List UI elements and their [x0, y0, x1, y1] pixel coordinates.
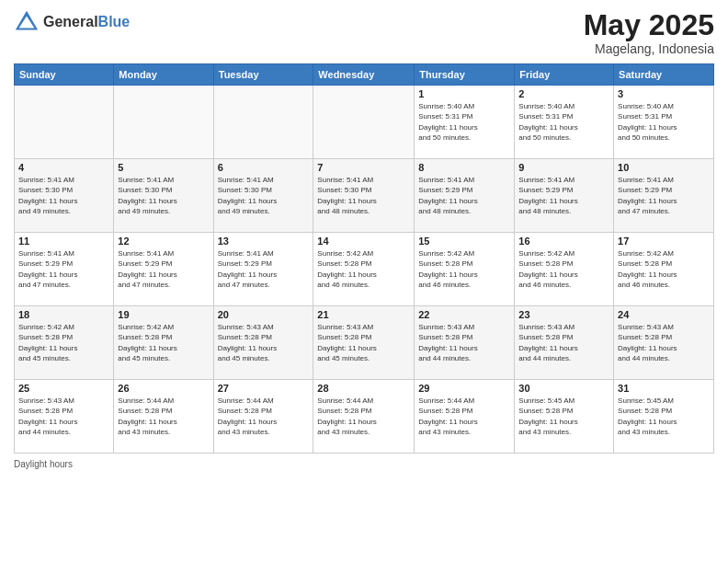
table-row: 18Sunrise: 5:42 AM Sunset: 5:28 PM Dayli… [15, 306, 114, 380]
day-info: Sunrise: 5:44 AM Sunset: 5:28 PM Dayligh… [218, 396, 310, 437]
header-tuesday: Tuesday [213, 64, 313, 86]
logo-icon [14, 9, 40, 35]
table-row: 11Sunrise: 5:41 AM Sunset: 5:29 PM Dayli… [15, 233, 114, 306]
day-number: 13 [218, 236, 310, 247]
week-row-4: 25Sunrise: 5:43 AM Sunset: 5:28 PM Dayli… [15, 380, 714, 454]
header-thursday: Thursday [415, 64, 515, 86]
day-number: 23 [518, 309, 609, 320]
day-info: Sunrise: 5:42 AM Sunset: 5:28 PM Dayligh… [518, 248, 609, 290]
table-row: 16Sunrise: 5:42 AM Sunset: 5:28 PM Dayli… [515, 233, 614, 306]
day-info: Sunrise: 5:41 AM Sunset: 5:29 PM Dayligh… [618, 175, 710, 216]
day-info: Sunrise: 5:44 AM Sunset: 5:28 PM Dayligh… [317, 396, 410, 437]
day-number: 20 [218, 309, 310, 320]
header-wednesday: Wednesday [313, 64, 415, 86]
day-info: Sunrise: 5:42 AM Sunset: 5:28 PM Dayligh… [317, 248, 410, 290]
day-number: 17 [618, 236, 710, 247]
week-row-1: 4Sunrise: 5:41 AM Sunset: 5:30 PM Daylig… [15, 159, 714, 233]
header: GeneralBlue May 2025 Magelang, Indonesia [14, 9, 714, 56]
day-number: 19 [118, 309, 209, 320]
day-info: Sunrise: 5:41 AM Sunset: 5:30 PM Dayligh… [218, 175, 310, 216]
day-number: 6 [218, 162, 310, 173]
page: GeneralBlue May 2025 Magelang, Indonesia… [0, 0, 728, 563]
header-sunday: Sunday [15, 64, 114, 86]
table-row: 20Sunrise: 5:43 AM Sunset: 5:28 PM Dayli… [213, 306, 313, 380]
day-number: 26 [118, 383, 209, 394]
day-info: Sunrise: 5:42 AM Sunset: 5:28 PM Dayligh… [118, 322, 209, 363]
table-row: 13Sunrise: 5:41 AM Sunset: 5:29 PM Dayli… [213, 233, 313, 306]
table-row: 28Sunrise: 5:44 AM Sunset: 5:28 PM Dayli… [313, 380, 415, 454]
table-row: 14Sunrise: 5:42 AM Sunset: 5:28 PM Dayli… [313, 233, 415, 306]
table-row: 21Sunrise: 5:43 AM Sunset: 5:28 PM Dayli… [313, 306, 415, 380]
day-info: Sunrise: 5:41 AM Sunset: 5:29 PM Dayligh… [518, 175, 609, 216]
day-info: Sunrise: 5:43 AM Sunset: 5:28 PM Dayligh… [317, 322, 410, 363]
day-info: Sunrise: 5:42 AM Sunset: 5:28 PM Dayligh… [418, 248, 510, 290]
day-number: 7 [317, 162, 410, 173]
table-row: 31Sunrise: 5:45 AM Sunset: 5:28 PM Dayli… [614, 380, 714, 454]
calendar: Sunday Monday Tuesday Wednesday Thursday… [14, 63, 714, 454]
day-info: Sunrise: 5:45 AM Sunset: 5:28 PM Dayligh… [518, 396, 609, 437]
day-number: 22 [418, 309, 510, 320]
table-row: 7Sunrise: 5:41 AM Sunset: 5:30 PM Daylig… [313, 159, 415, 233]
day-number: 5 [118, 162, 209, 173]
table-row: 5Sunrise: 5:41 AM Sunset: 5:30 PM Daylig… [114, 159, 213, 233]
table-row: 6Sunrise: 5:41 AM Sunset: 5:30 PM Daylig… [213, 159, 313, 233]
table-row: 9Sunrise: 5:41 AM Sunset: 5:29 PM Daylig… [515, 159, 614, 233]
day-number: 16 [518, 236, 609, 247]
day-info: Sunrise: 5:41 AM Sunset: 5:29 PM Dayligh… [418, 175, 510, 216]
day-number: 9 [518, 162, 609, 173]
title-block: May 2025 Magelang, Indonesia [584, 9, 714, 56]
table-row: 26Sunrise: 5:44 AM Sunset: 5:28 PM Dayli… [114, 380, 213, 454]
table-row [213, 86, 313, 159]
day-info: Sunrise: 5:44 AM Sunset: 5:28 PM Dayligh… [418, 396, 510, 437]
table-row: 29Sunrise: 5:44 AM Sunset: 5:28 PM Dayli… [415, 380, 515, 454]
day-info: Sunrise: 5:41 AM Sunset: 5:30 PM Dayligh… [118, 175, 209, 216]
table-row: 23Sunrise: 5:43 AM Sunset: 5:28 PM Dayli… [515, 306, 614, 380]
day-number: 29 [418, 383, 510, 394]
day-number: 24 [618, 309, 710, 320]
table-row: 15Sunrise: 5:42 AM Sunset: 5:28 PM Dayli… [415, 233, 515, 306]
day-info: Sunrise: 5:43 AM Sunset: 5:28 PM Dayligh… [218, 322, 310, 363]
day-info: Sunrise: 5:40 AM Sunset: 5:31 PM Dayligh… [418, 101, 510, 143]
logo-general: General [43, 14, 98, 29]
table-row: 24Sunrise: 5:43 AM Sunset: 5:28 PM Dayli… [614, 306, 714, 380]
day-number: 1 [418, 88, 510, 99]
day-number: 25 [18, 383, 109, 394]
day-number: 14 [317, 236, 410, 247]
day-number: 10 [618, 162, 710, 173]
table-row: 8Sunrise: 5:41 AM Sunset: 5:29 PM Daylig… [415, 159, 515, 233]
table-row [114, 86, 213, 159]
day-number: 27 [218, 383, 310, 394]
calendar-header-row: Sunday Monday Tuesday Wednesday Thursday… [15, 64, 714, 86]
table-row: 22Sunrise: 5:43 AM Sunset: 5:28 PM Dayli… [415, 306, 515, 380]
table-row: 10Sunrise: 5:41 AM Sunset: 5:29 PM Dayli… [614, 159, 714, 233]
table-row: 3Sunrise: 5:40 AM Sunset: 5:31 PM Daylig… [614, 86, 714, 159]
table-row: 25Sunrise: 5:43 AM Sunset: 5:28 PM Dayli… [15, 380, 114, 454]
table-row: 30Sunrise: 5:45 AM Sunset: 5:28 PM Dayli… [515, 380, 614, 454]
daylight-label: Daylight hours [14, 459, 73, 469]
logo: GeneralBlue [14, 9, 130, 35]
week-row-3: 18Sunrise: 5:42 AM Sunset: 5:28 PM Dayli… [15, 306, 714, 380]
table-row: 4Sunrise: 5:41 AM Sunset: 5:30 PM Daylig… [15, 159, 114, 233]
day-info: Sunrise: 5:45 AM Sunset: 5:28 PM Dayligh… [618, 396, 710, 437]
day-number: 4 [18, 162, 109, 173]
day-number: 31 [618, 383, 710, 394]
day-info: Sunrise: 5:44 AM Sunset: 5:28 PM Dayligh… [118, 396, 209, 437]
location: Magelang, Indonesia [584, 41, 714, 56]
table-row [313, 86, 415, 159]
day-info: Sunrise: 5:43 AM Sunset: 5:28 PM Dayligh… [18, 396, 109, 437]
table-row: 17Sunrise: 5:42 AM Sunset: 5:28 PM Dayli… [614, 233, 714, 306]
header-monday: Monday [114, 64, 213, 86]
header-friday: Friday [515, 64, 614, 86]
table-row: 2Sunrise: 5:40 AM Sunset: 5:31 PM Daylig… [515, 86, 614, 159]
day-info: Sunrise: 5:42 AM Sunset: 5:28 PM Dayligh… [18, 322, 109, 363]
table-row: 27Sunrise: 5:44 AM Sunset: 5:28 PM Dayli… [213, 380, 313, 454]
day-info: Sunrise: 5:41 AM Sunset: 5:30 PM Dayligh… [18, 175, 109, 216]
day-info: Sunrise: 5:43 AM Sunset: 5:28 PM Dayligh… [518, 322, 609, 363]
day-info: Sunrise: 5:43 AM Sunset: 5:28 PM Dayligh… [618, 322, 710, 363]
day-number: 3 [618, 88, 710, 99]
day-info: Sunrise: 5:41 AM Sunset: 5:29 PM Dayligh… [218, 248, 310, 290]
table-row: 12Sunrise: 5:41 AM Sunset: 5:29 PM Dayli… [114, 233, 213, 306]
table-row [15, 86, 114, 159]
day-number: 8 [418, 162, 510, 173]
footer: Daylight hours [14, 459, 714, 469]
